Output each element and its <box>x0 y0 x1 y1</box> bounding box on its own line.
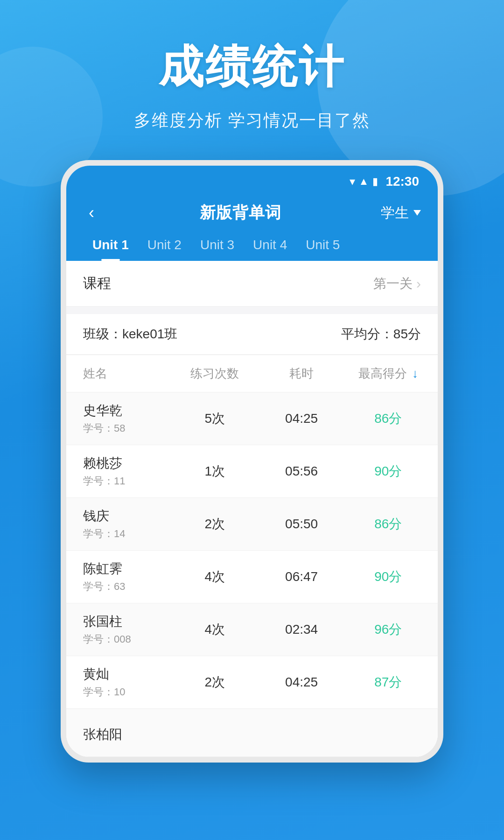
battery-icon: ▮ <box>372 175 378 188</box>
course-nav[interactable]: 第一关 › <box>373 275 421 293</box>
score-cell: 90分 <box>339 559 438 595</box>
class-info-row: 班级：keke01班 平均分：85分 <box>66 314 438 355</box>
table-row: 黄灿 学号：10 2次 04:25 87分 <box>66 656 438 709</box>
score-cell: 86分 <box>339 400 438 437</box>
score-cell: 87分 <box>339 664 438 700</box>
main-title: 成绩统计 <box>0 37 504 98</box>
app-title: 新版背单词 <box>200 202 281 224</box>
student-selector[interactable]: 学生 <box>381 203 421 223</box>
th-score[interactable]: 最高得分 ↓ <box>339 355 438 392</box>
table-row: 陈虹霁 学号：63 4次 06:47 90分 <box>66 551 438 603</box>
app-header: ‹ 新版背单词 学生 <box>66 194 438 224</box>
score-cell: 90分 <box>339 453 438 490</box>
status-bar: ▾ ▲ ▮ 12:30 <box>66 166 438 194</box>
time-cell: 05:50 <box>265 507 339 541</box>
student-name-cell: 钱庆 学号：14 <box>66 498 165 550</box>
sort-desc-icon: ↓ <box>412 366 418 380</box>
tab-bar: Unit 1 Unit 2 Unit 3 Unit 4 Unit 5 <box>66 224 438 261</box>
table-row: 张柏阳 <box>66 709 438 757</box>
count-cell: 1次 <box>165 453 264 490</box>
count-cell: 4次 <box>165 559 264 595</box>
tab-unit2[interactable]: Unit 2 <box>138 234 191 261</box>
course-label: 课程 <box>83 274 111 293</box>
back-button[interactable]: ‹ <box>83 201 100 224</box>
status-icons: ▾ ▲ ▮ 12:30 <box>350 174 419 189</box>
content-area: 课程 第一关 › 班级：keke01班 平均分：85分 姓名 <box>66 261 438 757</box>
time-cell <box>265 725 339 744</box>
avg-score: 平均分：85分 <box>341 325 421 343</box>
student-name-cell: 史华乾 学号：58 <box>66 392 165 445</box>
count-cell: 2次 <box>165 506 264 542</box>
student-table: 姓名 练习次数 耗时 最高得分 ↓ 史华乾 <box>66 355 438 757</box>
phone-screen: ▾ ▲ ▮ 12:30 ‹ 新版背单词 学生 Unit 1 Unit 2 Uni… <box>66 166 438 757</box>
class-label: 班级：keke01班 <box>83 325 177 343</box>
header-area: 成绩统计 多维度分析 学习情况一目了然 <box>0 0 504 132</box>
student-name-cell: 赖桃莎 学号：11 <box>66 445 165 497</box>
wifi-icon: ▾ <box>350 175 355 188</box>
student-name-cell: 张国柱 学号：008 <box>66 603 165 656</box>
student-name-cell: 陈虹霁 学号：63 <box>66 551 165 603</box>
table-header: 姓名 练习次数 耗时 最高得分 ↓ <box>66 355 438 392</box>
count-cell: 4次 <box>165 611 264 648</box>
score-cell <box>339 725 438 744</box>
student-label: 学生 <box>381 203 409 223</box>
tab-unit1[interactable]: Unit 1 <box>83 234 138 261</box>
student-name-cell: 黄灿 学号：10 <box>66 656 165 708</box>
table-row: 张国柱 学号：008 4次 02:34 96分 <box>66 603 438 656</box>
sub-title: 多维度分析 学习情况一目了然 <box>0 109 504 132</box>
tab-unit3[interactable]: Unit 3 <box>191 234 244 261</box>
time-cell: 04:25 <box>265 665 339 699</box>
phone-mockup: ▾ ▲ ▮ 12:30 ‹ 新版背单词 学生 Unit 1 Unit 2 Uni… <box>61 160 443 763</box>
course-nav-text: 第一关 <box>373 275 413 293</box>
status-time: 12:30 <box>385 174 419 189</box>
score-cell: 86分 <box>339 506 438 542</box>
time-cell: 06:47 <box>265 560 339 594</box>
tab-unit5[interactable]: Unit 5 <box>296 234 349 261</box>
time-cell: 05:56 <box>265 455 339 488</box>
time-cell: 04:25 <box>265 402 339 435</box>
dropdown-arrow-icon <box>413 210 421 216</box>
table-row: 史华乾 学号：58 5次 04:25 86分 <box>66 392 438 445</box>
student-name-cell: 张柏阳 <box>66 716 165 753</box>
count-cell <box>165 725 264 744</box>
time-cell: 02:34 <box>265 613 339 646</box>
th-time: 耗时 <box>265 355 339 392</box>
table-row: 钱庆 学号：14 2次 05:50 86分 <box>66 498 438 551</box>
count-cell: 5次 <box>165 400 264 437</box>
th-name: 姓名 <box>66 355 165 392</box>
chevron-right-icon: › <box>416 276 421 292</box>
signal-icon: ▲ <box>359 175 369 188</box>
tab-unit4[interactable]: Unit 4 <box>244 234 296 261</box>
table-row: 赖桃莎 学号：11 1次 05:56 90分 <box>66 445 438 498</box>
count-cell: 2次 <box>165 664 264 700</box>
course-row: 课程 第一关 › <box>66 261 438 307</box>
th-count: 练习次数 <box>165 355 264 392</box>
score-cell: 96分 <box>339 611 438 648</box>
